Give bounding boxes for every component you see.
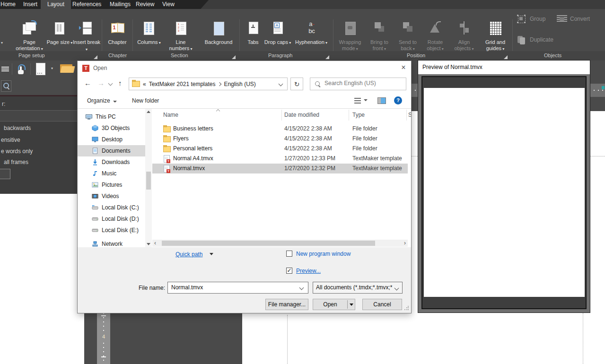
group-button[interactable]: Group [517,13,554,25]
new-document-icon[interactable] [36,63,45,75]
file-type-combobox[interactable]: All documents (*.tmdx;*.tmvx;* [313,282,403,294]
find-clipped-button[interactable] [0,169,10,179]
view-mode-icon[interactable] [354,98,361,104]
find-panel: r: backwards ensitive e words only all f… [0,96,77,194]
tab-home[interactable]: Home [0,0,16,9]
menu-icon[interactable] [1,67,9,71]
sidebar-item-videos[interactable]: Videos [78,191,145,202]
scrollbar-thumb[interactable] [162,241,375,246]
align-objects-icon [456,20,472,36]
sidebar-scrollbar[interactable] [145,109,152,247]
cancel-button[interactable]: Cancel [362,299,402,310]
touch-mode-icon[interactable] [16,64,26,76]
position-dialog-launcher[interactable] [504,55,508,59]
find-option-backwards[interactable]: backwards [4,125,31,131]
find-input[interactable] [0,110,77,121]
column-separator[interactable] [349,110,349,121]
sidebar-item-local-disk-e[interactable]: Local Disk (E:) [78,225,145,236]
address-dropdown-chevron[interactable] [279,82,283,87]
this-pc-icon [86,113,92,120]
scroll-down-arrow[interactable] [147,243,150,245]
file-row-normal-a4[interactable]: T Normal A4.tmvx 1/27/2020 12:33 PM Text… [152,154,408,164]
vertical-ruler[interactable]: 4 [97,313,110,364]
column-separator[interactable] [406,110,407,121]
convert-button[interactable]: Convert [557,13,595,25]
column-separator[interactable] [281,110,282,121]
recent-locations-chevron[interactable] [108,81,113,86]
search-button[interactable] [1,80,11,92]
file-name-dropdown-chevron[interactable] [299,286,304,290]
new-program-window-checkbox[interactable] [286,251,292,257]
organize-button[interactable]: Organize [87,97,117,104]
sidebar-item-desktop[interactable]: Desktop [78,134,145,145]
open-folder-icon[interactable] [60,64,74,74]
new-folder-button[interactable]: New folder [132,97,159,104]
paragraph-dialog-launcher[interactable] [325,55,329,59]
column-header-name[interactable]: Name [163,112,178,118]
scrollbar-thumb[interactable] [146,172,151,190]
scroll-up-arrow[interactable] [147,111,150,113]
scroll-right-arrow[interactable]: › [404,240,406,246]
breadcrumb-current[interactable]: English (US) [224,81,255,87]
sidebar-item-pictures[interactable]: Pictures [78,179,145,191]
refresh-button[interactable]: ↻ [290,78,303,90]
quick-path-link[interactable]: Quick path [175,251,202,258]
help-icon[interactable]: ? [394,96,402,104]
back-button[interactable]: ← [84,79,91,87]
clipped-ribbon-button-arrow[interactable]: ▾ [1,41,3,45]
page-setup-dialog-launcher[interactable] [94,55,97,59]
file-row-business-letters[interactable]: Business letters 4/15/2022 2:38 AM File … [152,124,408,134]
up-button[interactable]: ↑ [118,79,122,87]
address-bar[interactable]: « TextMaker 2021 templates English (US) [129,78,288,90]
column-header-type[interactable]: Type [352,112,365,118]
view-mode-dropdown-arrow[interactable] [364,99,368,101]
insert-break-icon [79,20,94,36]
close-icon[interactable]: × [398,62,409,73]
find-option-whole-words[interactable]: e words only [1,148,33,155]
tab-insert[interactable]: Insert [23,0,37,9]
file-row-flyers[interactable]: Flyers 4/15/2022 2:38 AM File folder [152,134,408,144]
tab-references[interactable]: References [72,0,101,9]
preview-checkbox[interactable]: ✓ [286,268,292,274]
open-split-dropdown-arrow[interactable] [350,303,353,306]
open-button[interactable]: Open [313,299,355,310]
file-row-normal-selected[interactable]: T Normal.tmvx 1/27/2020 12:32 PM TextMak… [152,164,408,173]
file-list-horizontal-scrollbar[interactable]: ‹ › [152,240,408,247]
sidebar-item-music[interactable]: Music [78,168,145,179]
forward-button[interactable]: → [97,79,105,87]
tab-mailings[interactable]: Mailings [110,0,131,9]
preview-label[interactable]: Preview... [296,268,321,274]
find-option-all-frames[interactable]: all frames [4,159,28,165]
preview-panel-title-bar[interactable]: Preview of Normal.tmvx [418,61,590,74]
new-document-dropdown-arrow[interactable]: ▾ [51,66,53,70]
duplicate-icon [517,35,527,44]
dialog-resize-grip[interactable] [404,306,409,311]
duplicate-button[interactable]: Duplicate [517,34,559,45]
column-header-date-modified[interactable]: Date modified [284,112,319,118]
sidebar-item-network[interactable]: Network [78,238,145,247]
find-option-case-sensitive[interactable]: ensitive [1,137,20,143]
sidebar-item-this-pc[interactable]: This PC [78,111,145,122]
sidebar-item-3d-objects[interactable]: 3D Objects [78,122,145,134]
sidebar-item-documents[interactable]: Documents [78,145,145,156]
sidebar-item-local-disk-d[interactable]: Local Disk (D:) [78,213,145,225]
sidebar-item-local-disk-c[interactable]: Local Disk (C:) [78,202,145,213]
section-dialog-launcher[interactable] [232,55,236,59]
new-program-window-label[interactable]: New program window [296,251,351,257]
preview-pane-toggle-icon[interactable] [377,97,386,104]
search-input[interactable] [324,79,403,87]
dialog-title-bar[interactable]: T Open × [78,61,411,75]
file-name-input[interactable] [167,282,308,294]
file-row-personal-letters[interactable]: Personal letters 4/15/2022 2:38 AM File … [152,144,408,154]
quick-path-dropdown-arrow[interactable] [210,253,213,255]
search-icon [315,81,320,86]
column-header-size[interactable]: Size [408,112,411,118]
scroll-left-arrow[interactable]: ‹ [154,240,156,246]
tab-layout[interactable]: Layout [41,0,71,9]
file-manager-button[interactable]: File manager... [265,299,308,310]
breadcrumb-parent[interactable]: TextMaker 2021 templates [149,81,216,87]
tab-view[interactable]: View [162,0,175,9]
sidebar-item-downloads[interactable]: Downloads [78,156,145,168]
tab-review[interactable]: Review [136,0,154,9]
search-box[interactable] [310,78,406,90]
